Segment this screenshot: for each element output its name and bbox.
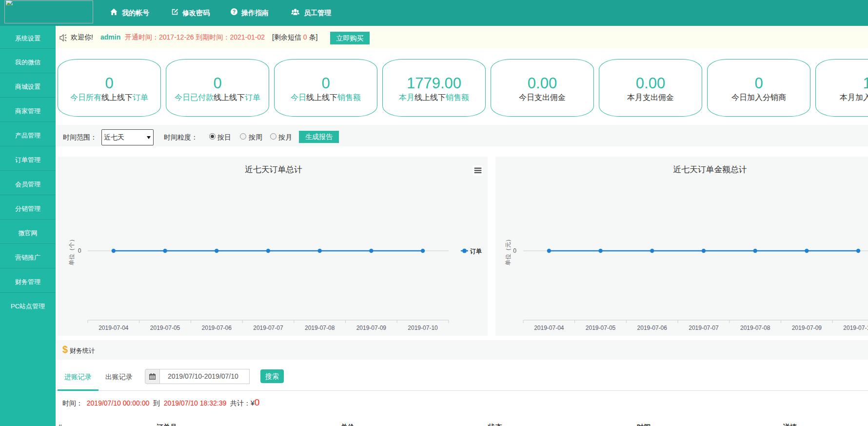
svg-text:单位（个）: 单位（个）: [68, 236, 75, 265]
svg-text:2019-07-08: 2019-07-08: [740, 325, 770, 331]
svg-text:订单: 订单: [470, 248, 482, 255]
svg-text:2019-07-08: 2019-07-08: [305, 325, 335, 331]
svg-text:2019-07-05: 2019-07-05: [150, 325, 180, 331]
svg-text:2019-07-07: 2019-07-07: [689, 325, 719, 331]
svg-text:2019-07-10: 2019-07-10: [408, 325, 438, 331]
svg-text:近七天订单金额总计: 近七天订单金额总计: [673, 165, 747, 174]
svg-text:0: 0: [513, 247, 516, 254]
svg-text:近七天订单总计: 近七天订单总计: [245, 165, 302, 174]
svg-text:2019-07-06: 2019-07-06: [637, 325, 668, 331]
svg-text:单位（元）: 单位（元）: [505, 236, 512, 265]
svg-text:2019-07-06: 2019-07-06: [202, 325, 232, 331]
svg-text:2019-07-04: 2019-07-04: [534, 325, 564, 331]
svg-text:2019-07-09: 2019-07-09: [356, 325, 387, 331]
svg-text:2019-07-07: 2019-07-07: [253, 325, 283, 331]
svg-text:0: 0: [78, 247, 81, 254]
svg-text:2019-07-04: 2019-07-04: [99, 325, 129, 331]
svg-text:2019-07-10: 2019-07-10: [843, 325, 868, 331]
svg-text:2019-07-09: 2019-07-09: [792, 325, 822, 331]
svg-text:?: ?: [233, 9, 236, 15]
svg-text:2019-07-05: 2019-07-05: [586, 325, 616, 331]
